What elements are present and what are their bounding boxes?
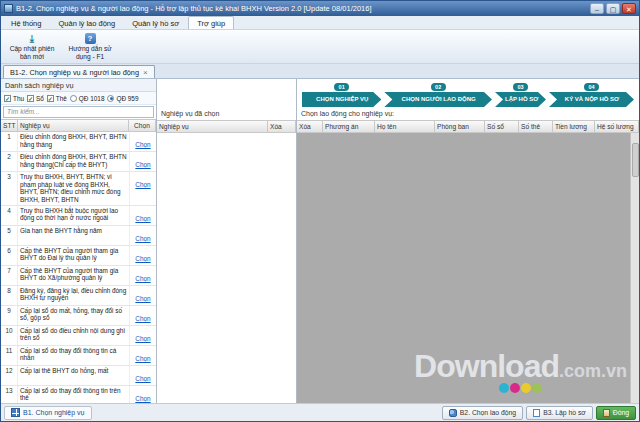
step-arrow: CHỌN NGHIỆP VỤ xyxy=(302,92,381,107)
status-button-label: B3. Lập hồ sơ xyxy=(543,409,586,416)
vertical-scrollbar[interactable] xyxy=(630,133,639,403)
step-number-badge: 01 xyxy=(334,83,349,91)
row-action-cell: Chọn xyxy=(129,132,156,151)
row-index: 3 xyxy=(1,172,18,205)
row-index: 7 xyxy=(1,266,18,285)
column-header: Họ tên xyxy=(375,121,435,132)
doc-tab[interactable]: B1-2. Chọn nghiệp vụ & người lao động × xyxy=(3,65,155,78)
filter-radio[interactable]: QĐ 1018 xyxy=(70,95,105,102)
selected-tasks-body xyxy=(157,133,296,403)
status-button-label: B2. Chọn lao động xyxy=(460,409,516,416)
menu-bar: Hệ thốngQuản lý lao độngQuản lý hồ sơTrợ… xyxy=(1,16,639,30)
doc-tab-close-icon[interactable]: × xyxy=(143,69,148,77)
select-link[interactable]: Chọn xyxy=(135,181,150,188)
status-button-1[interactable]: B2. Chọn lao động xyxy=(442,406,523,420)
status-tab-current-step[interactable]: B1. Chọn nghiệp vụ xyxy=(4,406,92,420)
filter-checkbox[interactable]: ✓Sổ xyxy=(27,95,44,102)
selected-tasks-panel: Nghiệp vụ đã chọn Nghiệp vụXóa xyxy=(157,79,297,403)
column-header: Phương án xyxy=(323,121,375,132)
select-link[interactable]: Chọn xyxy=(135,355,150,362)
step-03[interactable]: 03LẬP HỒ SƠ xyxy=(495,83,546,107)
main-area: Danh sách nghiệp vụ ✓Thu✓Sổ✓ThẻQĐ 1018QĐ… xyxy=(1,79,639,403)
watermark-dot xyxy=(532,383,542,393)
table-row: 5Gia hạn thẻ BHYT hằng nămChọn xyxy=(1,226,156,246)
table-row: 1Điều chỉnh đóng BHXH, BHYT, BHTN hằng t… xyxy=(1,132,156,152)
select-link[interactable]: Chọn xyxy=(135,235,150,242)
column-header: Phòng ban xyxy=(435,121,485,132)
doc-tab-label: B1-2. Chọn nghiệp vụ & người lao động xyxy=(10,68,139,77)
row-text: Cấp lại sổ do thay đổi thông tin cá nhân xyxy=(18,346,129,365)
select-link[interactable]: Chọn xyxy=(135,295,150,302)
radio-icon xyxy=(107,95,114,102)
checkbox-icon: ✓ xyxy=(27,95,34,102)
row-action-cell: Chọn xyxy=(129,206,156,225)
toolbar-button-2[interactable]: ?Hướng dẫn sử dụng - F1 xyxy=(61,31,119,62)
window-title: B1-2. Chọn nghiệp vụ & người lao động - … xyxy=(16,4,590,13)
row-index: 9 xyxy=(1,306,18,325)
status-button-2[interactable]: B3. Lập hồ sơ xyxy=(526,406,593,420)
menu-tab-4[interactable]: Trợ giúp xyxy=(188,16,234,29)
selected-tasks-spacer xyxy=(157,79,296,108)
menu-tab-1[interactable]: Hệ thống xyxy=(3,17,49,29)
row-text: Điều chỉnh đóng BHXH, BHYT, BHTN hằng th… xyxy=(18,132,129,151)
update-download-icon: ⤓ xyxy=(30,33,34,44)
status-button-label: Đóng xyxy=(613,409,629,416)
row-action-cell: Chọn xyxy=(129,152,156,171)
select-link[interactable]: Chọn xyxy=(135,161,150,168)
select-link[interactable]: Chọn xyxy=(135,255,150,262)
step-02[interactable]: 02CHỌN NGƯỜI LAO ĐỘNG xyxy=(384,83,492,107)
app-window: B1-2. Chọn nghiệp vụ & người lao động - … xyxy=(0,0,640,422)
toolbar: ⤓Cập nhật phiên bản mới?Hướng dẫn sử dụn… xyxy=(1,30,639,64)
column-header: Xóa xyxy=(268,121,296,132)
toolbar-button-1[interactable]: ⤓Cập nhật phiên bản mới xyxy=(3,31,61,62)
column-header: Số thẻ xyxy=(519,121,553,132)
select-link[interactable]: Chọn xyxy=(135,335,150,342)
filter-radio[interactable]: QĐ 959 xyxy=(107,95,138,102)
row-text: Cấp thẻ BHYT của người tham gia BHYT do … xyxy=(18,246,129,265)
column-header: Hệ số lương xyxy=(595,121,639,132)
help-icon: ? xyxy=(85,33,96,44)
step-01[interactable]: 01CHỌN NGHIỆP VỤ xyxy=(302,83,381,107)
filter-label: QĐ 1018 xyxy=(79,95,105,102)
filter-checkbox[interactable]: ✓Thẻ xyxy=(47,95,67,102)
select-link[interactable]: Chọn xyxy=(135,215,150,222)
filter-checkbox[interactable]: ✓Thu xyxy=(4,95,24,102)
row-action-cell: Chọn xyxy=(129,386,156,403)
task-table-header: STTNghiệp vụChọn xyxy=(1,119,156,132)
close-button[interactable]: ✕ xyxy=(622,3,636,14)
maximize-button[interactable]: ▢ xyxy=(606,3,620,14)
row-index: 2 xyxy=(1,152,18,171)
minimize-button[interactable]: – xyxy=(590,3,604,14)
status-button-3[interactable]: Đóng xyxy=(596,406,636,420)
watermark-suffix: .com.vn xyxy=(559,361,627,381)
select-link[interactable]: Chọn xyxy=(135,315,150,322)
row-text: Gia hạn thẻ BHYT hằng năm xyxy=(18,226,129,245)
select-link[interactable]: Chọn xyxy=(135,141,150,148)
menu-tab-2[interactable]: Quản lý lao động xyxy=(50,17,123,29)
row-action-cell: Chọn xyxy=(129,306,156,325)
column-header: STT xyxy=(1,120,18,131)
row-action-cell: Chọn xyxy=(129,366,156,385)
search-input[interactable]: Tìm kiếm... xyxy=(3,106,154,118)
row-index: 13 xyxy=(1,386,18,403)
status-bar: B1. Chọn nghiệp vụ B2. Chọn lao độngB3. … xyxy=(1,403,639,421)
people-icon xyxy=(449,409,457,417)
status-buttons: B2. Chọn lao độngB3. Lập hồ sơĐóng xyxy=(442,406,636,420)
row-action-cell: Chọn xyxy=(129,266,156,285)
column-header: Nghiệp vụ xyxy=(18,120,129,131)
titlebar: B1-2. Chọn nghiệp vụ & người lao động - … xyxy=(1,1,639,16)
select-link[interactable]: Chọn xyxy=(135,375,150,382)
document-tab-strip: B1-2. Chọn nghiệp vụ & người lao động × xyxy=(1,64,639,79)
step-arrow: CHỌN NGƯỜI LAO ĐỘNG xyxy=(384,92,492,107)
table-row: 12Cấp lại thẻ BHYT do hỏng, mấtChọn xyxy=(1,366,156,386)
table-row: 3Truy thu BHXH, BHYT, BHTN; vi phạm pháp… xyxy=(1,172,156,206)
scrollbar-thumb[interactable] xyxy=(632,143,639,177)
select-link[interactable]: Chọn xyxy=(135,275,150,282)
step-04[interactable]: 04KÝ VÀ NỘP HỒ SƠ xyxy=(549,83,634,107)
select-link[interactable]: Chọn xyxy=(135,395,150,402)
document-icon xyxy=(533,409,540,417)
task-list-panel: Danh sách nghiệp vụ ✓Thu✓Sổ✓ThẻQĐ 1018QĐ… xyxy=(1,79,157,403)
row-index: 4 xyxy=(1,206,18,225)
menu-tab-3[interactable]: Quản lý hồ sơ xyxy=(124,17,187,29)
watermark-text: Download xyxy=(414,348,559,384)
